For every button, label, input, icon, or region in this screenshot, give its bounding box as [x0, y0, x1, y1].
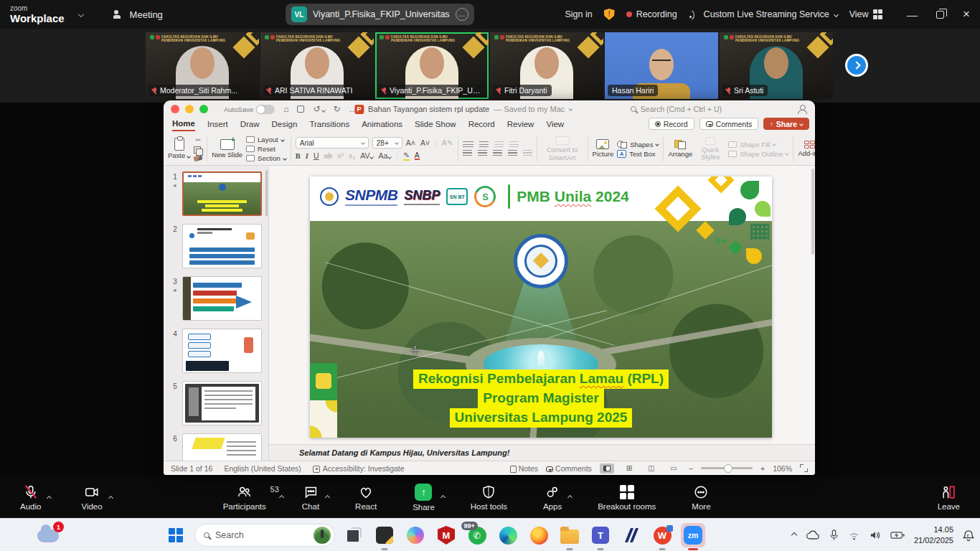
account-icon[interactable]: [797, 105, 806, 114]
file-explorer-button[interactable]: [557, 523, 582, 547]
chat-button[interactable]: Chat: [295, 484, 326, 512]
sign-in-button[interactable]: Sign in: [565, 9, 592, 19]
tab-design[interactable]: Design: [272, 120, 298, 131]
participant-tile-active-speaker[interactable]: FAKULTAS KEGURUAN DAN ILMU PENDIDIKAN UN…: [375, 32, 489, 99]
reading-view-button[interactable]: ◫: [644, 463, 659, 474]
highlight-button[interactable]: ✎: [403, 151, 410, 161]
slide-sorter-view-button[interactable]: ⊞: [622, 463, 636, 474]
font-color-button[interactable]: A: [415, 151, 420, 161]
whatsapp-button[interactable]: ✆99+: [465, 523, 489, 547]
font-name-select[interactable]: Arial: [296, 137, 369, 149]
shape-outline-button[interactable]: Shape Outline: [728, 150, 788, 158]
text-box-button[interactable]: AText Box: [617, 150, 659, 158]
video-button[interactable]: Video: [74, 484, 109, 511]
slideshow-view-button[interactable]: ▭: [666, 463, 681, 474]
slide-thumbnail-1[interactable]: [182, 171, 262, 216]
tab-review[interactable]: Review: [507, 120, 534, 131]
participant-tile[interactable]: FAKULTAS KEGURUAN DAN ILMU PENDIDIKAN UN…: [490, 32, 603, 99]
redo-icon[interactable]: ↻: [334, 104, 341, 114]
mic-tray-icon[interactable]: [829, 529, 839, 541]
mcafee-button[interactable]: M: [434, 523, 458, 547]
paste-button[interactable]: Paste: [168, 138, 190, 159]
wifi-icon[interactable]: [848, 531, 860, 540]
wps-office-button[interactable]: W: [650, 523, 674, 547]
shrink-font-button[interactable]: A˅: [420, 138, 430, 147]
section-button[interactable]: Section: [246, 154, 286, 162]
ppt-share-button[interactable]: ↑Share: [763, 118, 809, 130]
battery-icon[interactable]: [890, 531, 905, 540]
strikethrough-button[interactable]: ab: [324, 151, 332, 160]
new-slide-button[interactable]: New Slide: [212, 139, 242, 159]
participant-tile[interactable]: FAKULTAS KEGURUAN DAN ILMU PENDIDIKAN UN…: [260, 32, 374, 99]
zoom-out-button[interactable]: −: [689, 464, 693, 473]
onedrive-status-icon[interactable]: [806, 530, 820, 540]
tab-draw[interactable]: Draw: [240, 120, 260, 131]
taskbar-search[interactable]: Search: [194, 524, 335, 547]
indent-decrease-button[interactable]: [494, 141, 504, 148]
save-icon[interactable]: [297, 105, 304, 113]
zoom-slider[interactable]: [701, 467, 753, 469]
canvas-scrollbar[interactable]: [811, 169, 814, 255]
slide-thumbnail-2[interactable]: [182, 224, 262, 268]
fit-slide-button[interactable]: [800, 464, 808, 472]
apps-button[interactable]: Apps: [536, 484, 569, 512]
react-button[interactable]: React: [348, 484, 384, 512]
leave-button[interactable]: Leave: [930, 484, 967, 511]
teams-button[interactable]: T: [588, 523, 613, 547]
normal-view-button[interactable]: [600, 463, 614, 474]
share-screen-button[interactable]: ↑ Share: [405, 484, 442, 512]
start-button[interactable]: [164, 523, 188, 547]
speaker-icon[interactable]: [870, 530, 881, 540]
ppt-record-button[interactable]: Record: [649, 118, 694, 130]
grow-font-button[interactable]: A˄: [406, 138, 415, 147]
recording-indicator[interactable]: Recording: [626, 9, 677, 19]
comments-toggle-button[interactable]: Comments: [546, 464, 592, 473]
shapes-button[interactable]: Shapes: [617, 141, 659, 149]
copilot-button[interactable]: [403, 523, 428, 547]
char-spacing-button[interactable]: AV: [360, 151, 373, 160]
justify-button[interactable]: [508, 150, 517, 156]
more-button[interactable]: More: [684, 484, 717, 512]
slide-thumbnail-6[interactable]: [182, 433, 262, 461]
mac-zoom-button[interactable]: [199, 105, 208, 113]
reset-button[interactable]: Reset: [246, 145, 286, 153]
slide-title-block[interactable]: Rekognisi Pembelajaran Lamau (RPL) Progr…: [413, 369, 669, 428]
notes-app-button[interactable]: [372, 523, 397, 547]
align-right-button[interactable]: [493, 150, 502, 156]
indent-increase-button[interactable]: [509, 141, 519, 148]
undo-icon[interactable]: ↺: [313, 104, 324, 114]
tab-animations[interactable]: Animations: [362, 120, 402, 131]
align-left-button[interactable]: [463, 150, 472, 156]
tab-view[interactable]: View: [546, 120, 564, 131]
ppt-search-field[interactable]: Search (Cmd + Ctrl + U): [631, 105, 722, 113]
tab-shared-screen[interactable]: VL Viyanti_P.Fisika_FKIP_Universitas …: [286, 4, 474, 25]
autosave-toggle[interactable]: [256, 105, 275, 114]
mac-minimize-button[interactable]: [185, 105, 194, 113]
underline-button[interactable]: U: [314, 151, 319, 160]
picture-button[interactable]: Picture: [593, 139, 614, 158]
participant-tile[interactable]: Hasan Hariri: [605, 32, 718, 99]
language-indicator[interactable]: English (United States): [224, 464, 301, 473]
breakout-rooms-button[interactable]: Breakout rooms: [590, 484, 663, 512]
superscript-button[interactable]: x²: [337, 151, 344, 160]
tray-expand-button[interactable]: [792, 533, 796, 537]
host-tools-button[interactable]: Host tools: [463, 484, 514, 512]
ppt-comments-button[interactable]: Comments: [699, 118, 759, 130]
shape-fill-button[interactable]: Shape Fill: [728, 141, 788, 149]
bullets-button[interactable]: [463, 141, 473, 148]
notes-toggle-button[interactable]: Notes: [510, 464, 538, 473]
more-options-icon[interactable]: …: [456, 8, 468, 21]
onedrive-tray-icon[interactable]: 1: [37, 524, 59, 542]
tab-transitions[interactable]: Transitions: [309, 120, 349, 131]
tab-meeting[interactable]: Meeting: [113, 9, 163, 20]
security-warning-icon[interactable]: !: [604, 9, 615, 20]
close-button[interactable]: ×: [963, 7, 970, 22]
minimize-button[interactable]: —: [907, 9, 918, 21]
tab-home[interactable]: Home: [172, 119, 195, 131]
participants-button[interactable]: 53 Participants: [216, 484, 273, 512]
bold-button[interactable]: B: [296, 152, 301, 160]
copy-icon[interactable]: [194, 146, 202, 154]
arrange-button[interactable]: Arrange: [668, 140, 692, 158]
live-streaming-menu[interactable]: Custom Live Streaming Service: [689, 9, 838, 19]
zoom-in-button[interactable]: +: [760, 464, 765, 473]
